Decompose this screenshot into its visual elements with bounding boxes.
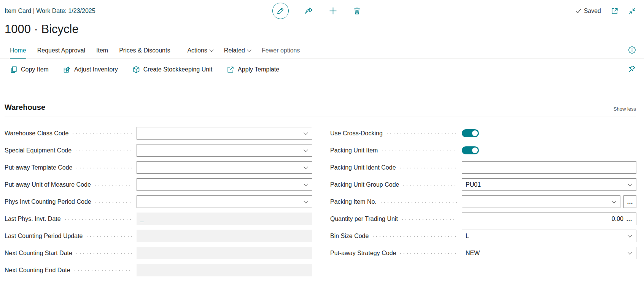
warehouse-fields: Warehouse Class Code Special Equipment C… [5, 127, 644, 281]
packing-unit-ident-code-input[interactable] [462, 164, 636, 171]
put-away-unit-of-measure-code-combobox[interactable] [137, 178, 312, 191]
dotted-leader [76, 253, 132, 254]
tab-label: Home [10, 47, 26, 54]
field-label: Special Equipment Code [5, 147, 72, 154]
field-row-last-counting-period-update: Last Counting Period Update [5, 230, 312, 242]
field-row-use-cross-docking: Use Cross-Docking [330, 127, 636, 140]
dotted-leader [402, 219, 457, 220]
open-in-new-window-button[interactable] [611, 7, 619, 15]
dropdown-button[interactable] [624, 230, 636, 242]
apply-template-icon [227, 66, 234, 73]
field-row-warehouse-class-code: Warehouse Class Code [5, 127, 312, 140]
quantity-assist-button[interactable]: … [625, 216, 636, 222]
tab-label: Request Approval [37, 47, 85, 54]
dropdown-button[interactable] [300, 179, 312, 190]
top-bar: Item Card | Work Date: 1/23/2025 [0, 0, 644, 22]
field-label: Last Counting Period Update [5, 233, 83, 240]
quantity-per-trading-unit-input[interactable] [462, 216, 625, 222]
dropdown-button[interactable] [624, 179, 636, 190]
toggle-knob [472, 130, 478, 136]
page-info-button[interactable] [628, 46, 636, 54]
put-away-strategy-code-input[interactable] [462, 250, 624, 257]
share-button[interactable] [305, 7, 313, 15]
field-row-packing-unit-ident-code: Packing Unit Ident Code [330, 161, 636, 174]
field-row-bin-size-code: Bin Size Code [330, 230, 636, 242]
dropdown-button[interactable] [300, 162, 312, 173]
dotted-leader [76, 151, 132, 151]
dropdown-button[interactable] [300, 144, 312, 156]
put-away-template-code-input[interactable] [137, 164, 300, 171]
open-in-new-window-icon [611, 7, 619, 15]
action-label: Create Stockkeeping Unit [143, 66, 212, 73]
dotted-leader [403, 185, 457, 186]
tab-item[interactable]: Item [96, 42, 108, 59]
put-away-strategy-code-combobox[interactable] [462, 247, 636, 259]
checkmark-icon [576, 9, 581, 14]
new-record-button[interactable] [329, 7, 337, 15]
packing-unit-group-code-input[interactable] [462, 181, 624, 188]
packing-item-no-assist-button[interactable]: … [623, 195, 636, 208]
field-row-phys-invt-counting-period-code: Phys Invt Counting Period Code [5, 195, 312, 208]
section-title: Warehouse [5, 103, 45, 112]
collapse-page-button[interactable] [628, 7, 636, 15]
show-less-link[interactable]: Show less [614, 106, 636, 112]
field-row-put-away-strategy-code: Put-away Strategy Code [330, 247, 636, 259]
field-label: Use Cross-Docking [330, 130, 383, 137]
packing-unit-item-toggle[interactable] [462, 146, 479, 154]
use-cross-docking-toggle[interactable] [462, 129, 479, 137]
field-label: Warehouse Class Code [5, 130, 68, 137]
dropdown-button[interactable] [624, 247, 636, 259]
tab-related-menu[interactable]: Related [224, 42, 251, 59]
packing-unit-ident-code-field[interactable] [462, 161, 636, 174]
put-away-unit-of-measure-code-input[interactable] [137, 181, 300, 188]
packing-item-no-input[interactable] [462, 198, 608, 205]
tab-actions-menu[interactable]: Actions [187, 42, 213, 59]
field-label: Quantity per Trading Unit [330, 216, 398, 222]
tab-request-approval[interactable]: Request Approval [37, 42, 85, 59]
special-equipment-code-input[interactable] [137, 147, 300, 154]
dropdown-button[interactable] [300, 127, 312, 139]
packing-item-no-combobox[interactable] [462, 195, 620, 208]
chevron-down-icon [304, 148, 308, 152]
bin-size-code-input[interactable] [462, 233, 624, 240]
dotted-leader [73, 133, 132, 134]
dotted-leader [76, 168, 132, 168]
warehouse-class-code-combobox[interactable] [137, 127, 312, 140]
dropdown-button[interactable] [300, 196, 312, 208]
chevron-down-icon [304, 165, 308, 169]
pin-actionbar-button[interactable] [628, 65, 636, 73]
put-away-template-code-combobox[interactable] [137, 161, 312, 174]
chevron-down-icon [247, 48, 251, 52]
special-equipment-code-combobox[interactable] [137, 144, 312, 157]
field-label: Put-away Unit of Measure Code [5, 181, 91, 188]
field-row-special-equipment-code: Special Equipment Code [5, 144, 312, 157]
apply-template-button[interactable]: Apply Template [227, 66, 279, 73]
tab-home[interactable]: Home [10, 42, 26, 59]
fewer-options-button[interactable]: Fewer options [262, 42, 300, 59]
field-row-packing-unit-item: Packing Unit Item [330, 144, 636, 157]
warehouse-class-code-input[interactable] [137, 130, 300, 137]
action-label: Adjust Inventory [74, 66, 118, 73]
packing-unit-group-code-combobox[interactable] [462, 178, 636, 191]
chevron-down-icon [628, 250, 632, 254]
quantity-per-trading-unit-field[interactable]: … [462, 213, 636, 225]
dotted-leader [75, 270, 132, 271]
delete-button[interactable] [353, 7, 361, 15]
field-row-next-counting-end-date: Next Counting End Date [5, 264, 312, 276]
phys-invt-counting-period-code-input[interactable] [137, 198, 300, 205]
top-right-controls: Saved [576, 7, 636, 15]
field-label: Packing Item No. [330, 198, 377, 205]
copy-item-button[interactable]: Copy Item [10, 66, 49, 73]
fields-right-column: Use Cross-Docking Packing Unit Item Pack… [330, 127, 636, 264]
edit-button[interactable] [272, 3, 289, 19]
tab-label: Actions [187, 47, 207, 54]
phys-invt-counting-period-code-combobox[interactable] [137, 195, 312, 208]
create-stockkeeping-unit-button[interactable]: Create Stockkeeping Unit [132, 66, 212, 73]
chevron-down-icon [209, 48, 213, 52]
dotted-leader [381, 202, 457, 203]
dropdown-button[interactable] [608, 196, 620, 208]
action-label: Copy Item [21, 66, 49, 73]
adjust-inventory-button[interactable]: Adjust Inventory [63, 66, 118, 73]
tab-prices-discounts[interactable]: Prices & Discounts [119, 42, 170, 59]
bin-size-code-combobox[interactable] [462, 230, 636, 242]
